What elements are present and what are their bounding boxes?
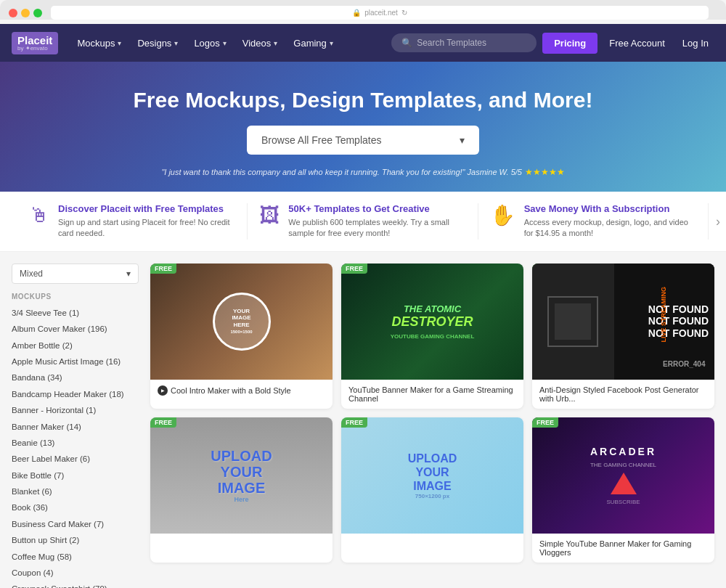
search-input[interactable] bbox=[417, 38, 526, 48]
hero-dropdown[interactable]: Browse All Free Templates ▾ bbox=[247, 126, 479, 155]
nav-designs[interactable]: Designs ▾ bbox=[130, 24, 185, 62]
nav-right: 🔍 Pricing Free Account Log In bbox=[391, 33, 714, 54]
template-title-3: Anti-Design Styled Facebook Post Generat… bbox=[539, 385, 707, 403]
tshirt-size: Here bbox=[234, 496, 248, 503]
template-label-4 bbox=[150, 534, 333, 545]
free-badge-6: FREE bbox=[532, 417, 558, 428]
sidebar-sort-dropdown[interactable]: Mixed ▾ bbox=[12, 264, 139, 284]
template-thumb-6: FREE ARCADER THE GAMING CHANNEL SUBSCRIB… bbox=[532, 417, 714, 534]
sidebar-item[interactable]: Bandcamp Header Maker (18) bbox=[12, 386, 139, 402]
gaming-inner: THE ATOMICDESTROYER YOUTUBE GAMING CHANN… bbox=[391, 303, 475, 340]
template-label-5 bbox=[341, 534, 523, 545]
sidebar-item[interactable]: Crewneck Sweatshirt (79) bbox=[12, 581, 139, 588]
template-card-3[interactable]: FREE NOT FOUNDNOT FOUNDNOT FOUND LIVE ST… bbox=[532, 264, 714, 409]
tanktop-inner: UPLOADYOURIMAGE 750×1200 px bbox=[341, 417, 523, 534]
sidebar-item[interactable]: Coffee Mug (58) bbox=[12, 549, 139, 565]
template-label-3: Anti-Design Styled Facebook Post Generat… bbox=[532, 380, 714, 409]
sort-chevron: ▾ bbox=[126, 269, 131, 279]
feature-item-discover: 🖱 Discover Placeit with Free Templates S… bbox=[17, 203, 248, 240]
refresh-icon[interactable]: ↻ bbox=[401, 9, 407, 17]
hero-quote-area: "I just want to thank this company and a… bbox=[15, 166, 711, 177]
feature-save-title: Save Money With a Subscription bbox=[524, 203, 696, 214]
sidebar-item[interactable]: Bandana (34) bbox=[12, 369, 139, 385]
antid-box bbox=[547, 296, 598, 347]
hero-stars: ★★★★★ bbox=[525, 167, 565, 177]
cursor-icon: 🖱 bbox=[29, 203, 49, 227]
live-streaming-text: LIVE STREAMING bbox=[660, 287, 667, 343]
free-badge-5: FREE bbox=[341, 417, 367, 428]
sidebar-item[interactable]: 3/4 Sleeve Tee (1) bbox=[12, 305, 139, 321]
nav-logos-label: Logos bbox=[194, 38, 219, 49]
gaming2-triangle bbox=[611, 473, 637, 494]
close-dot[interactable] bbox=[9, 9, 17, 17]
sidebar-item[interactable]: Banner Maker (14) bbox=[12, 419, 139, 435]
sidebar-section-label: Mockups bbox=[12, 293, 139, 301]
sidebar-item[interactable]: Bike Bottle (7) bbox=[12, 467, 139, 483]
free-badge-1: FREE bbox=[150, 264, 176, 274]
nav-videos-chevron: ▾ bbox=[274, 39, 277, 47]
sidebar-item[interactable]: Coupon (4) bbox=[12, 565, 139, 581]
template-title-6: Simple YouTube Banner Maker for Gaming V… bbox=[539, 539, 707, 557]
nav-designs-label: Designs bbox=[137, 38, 171, 49]
antid-left-panel bbox=[532, 264, 614, 380]
nav-gaming[interactable]: Gaming ▾ bbox=[286, 24, 340, 62]
nav-videos-label: Videos bbox=[242, 38, 272, 49]
logo[interactable]: Placeit by ✦envato bbox=[12, 32, 58, 54]
url-text: placeit.net bbox=[364, 9, 398, 17]
templates-grid: FREE YOURIMAGEHERE1500×1500 Cool Intro M… bbox=[150, 264, 714, 588]
free-badge-2: FREE bbox=[341, 264, 367, 274]
template-label-6: Simple YouTube Banner Maker for Gaming V… bbox=[532, 534, 714, 563]
template-card-5[interactable]: FREE UPLOADYOURIMAGE 750×1200 px bbox=[341, 417, 523, 563]
sidebar-item[interactable]: Beanie (13) bbox=[12, 435, 139, 451]
nav-videos[interactable]: Videos ▾ bbox=[235, 24, 285, 62]
minimize-dot[interactable] bbox=[21, 9, 30, 17]
hero-quote-text: "I just want to thank this company and a… bbox=[161, 168, 522, 176]
sidebar-item[interactable]: Amber Bottle (2) bbox=[12, 338, 139, 354]
template-thumb-4: FREE UPLOADYOURIMAGE Here bbox=[150, 417, 333, 534]
template-card-2[interactable]: FREE THE ATOMICDESTROYER YOUTUBE GAMING … bbox=[341, 264, 523, 409]
sidebar-item[interactable]: Banner - Horizontal (1) bbox=[12, 402, 139, 418]
gaming2-inner: ARCADER THE GAMING CHANNEL SUBSCRIBE bbox=[532, 417, 714, 534]
sidebar-item[interactable]: Blanket (6) bbox=[12, 483, 139, 499]
sidebar-item[interactable]: Book (36) bbox=[12, 499, 139, 515]
navbar: Placeit by ✦envato Mockups ▾ Designs ▾ L… bbox=[0, 24, 726, 62]
feature-item-50k: 🖼 50K+ Templates to Get Creative We publ… bbox=[248, 203, 478, 240]
feature-50k-desc: We publish 600 templates weekly. Try a s… bbox=[288, 217, 465, 240]
sidebar-items-list: 3/4 Sleeve Tee (1)Album Cover Maker (196… bbox=[12, 305, 139, 588]
lock-icon: 🔒 bbox=[352, 9, 361, 17]
template-thumb-1: FREE YOURIMAGEHERE1500×1500 bbox=[150, 264, 333, 380]
hero-section: Free Mockups, Design Templates, and More… bbox=[0, 62, 726, 192]
sort-label: Mixed bbox=[20, 269, 43, 279]
address-bar[interactable]: 🔒 placeit.net ↻ bbox=[51, 6, 709, 20]
hero-dropdown-label: Browse All Free Templates bbox=[261, 134, 381, 146]
antid-inner-box bbox=[555, 303, 591, 340]
gaming2-sub: THE GAMING CHANNEL bbox=[590, 462, 656, 468]
template-title-2: YouTube Banner Maker for a Game Streamin… bbox=[348, 385, 516, 403]
sidebar-item[interactable]: Apple Music Artist Image (16) bbox=[12, 354, 139, 369]
search-bar[interactable]: 🔍 bbox=[391, 33, 537, 52]
template-thumb-3: FREE NOT FOUNDNOT FOUNDNOT FOUND LIVE ST… bbox=[532, 264, 714, 380]
logo-main-text: Placeit bbox=[17, 35, 52, 46]
feature-discover-desc: Sign up and start using Placeit for free… bbox=[58, 217, 235, 240]
template-card-1[interactable]: FREE YOURIMAGEHERE1500×1500 Cool Intro M… bbox=[150, 264, 333, 409]
login-button[interactable]: Log In bbox=[677, 33, 714, 54]
sidebar-item[interactable]: Album Cover Maker (196) bbox=[12, 321, 139, 337]
nav-gaming-label: Gaming bbox=[293, 38, 327, 49]
template-card-4[interactable]: FREE UPLOADYOURIMAGE Here bbox=[150, 417, 333, 563]
intro-circle: YOURIMAGEHERE1500×1500 bbox=[213, 293, 271, 351]
main-content: Mixed ▾ Mockups 3/4 Sleeve Tee (1)Album … bbox=[0, 252, 726, 588]
pricing-button[interactable]: Pricing bbox=[542, 33, 597, 54]
features-next-arrow[interactable]: › bbox=[716, 213, 720, 229]
sidebar-item[interactable]: Business Card Maker (7) bbox=[12, 516, 139, 532]
gaming-title-text: THE ATOMICDESTROYER bbox=[391, 303, 473, 330]
maximize-dot[interactable] bbox=[33, 9, 42, 17]
nav-mockups[interactable]: Mockups ▾ bbox=[70, 24, 129, 62]
sidebar-item[interactable]: Button up Shirt (2) bbox=[12, 532, 139, 548]
sidebar-item[interactable]: Beer Label Maker (6) bbox=[12, 451, 139, 467]
template-card-6[interactable]: FREE ARCADER THE GAMING CHANNEL SUBSCRIB… bbox=[532, 417, 714, 563]
play-icon-1 bbox=[158, 385, 168, 396]
hero-dropdown-chevron: ▾ bbox=[460, 134, 465, 146]
nav-logos[interactable]: Logos ▾ bbox=[187, 24, 233, 62]
nav-mockups-label: Mockups bbox=[77, 38, 115, 49]
free-account-button[interactable]: Free Account bbox=[603, 33, 671, 54]
